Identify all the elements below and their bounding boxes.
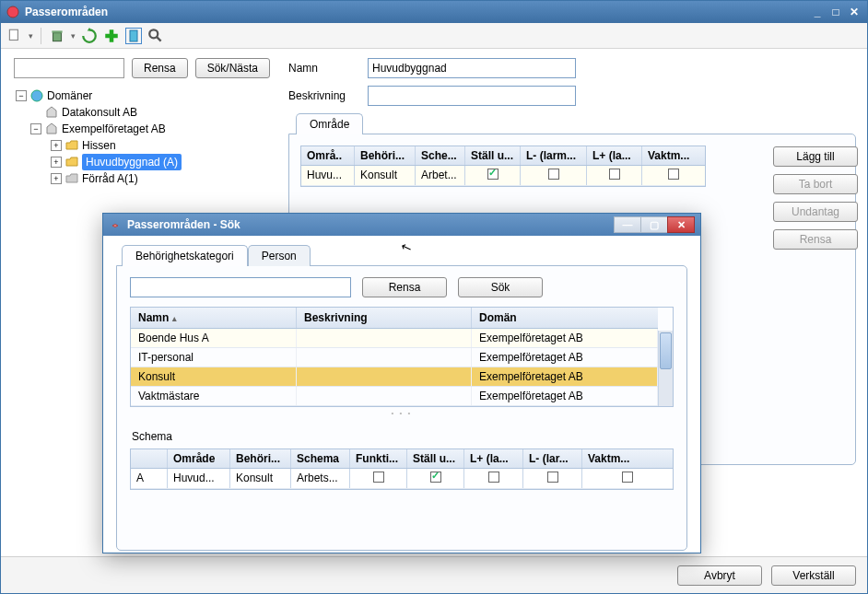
name-input[interactable] [368,58,576,78]
side-buttons: Lägg till Ta bort Undantag Rensa [773,146,858,250]
tree-label: Förråd A(1) [82,170,138,187]
tree-label: Datakonsult AB [62,104,137,121]
col-doman[interactable]: Domän [472,308,658,328]
col-beskrivning[interactable]: Beskrivning [297,308,472,328]
checkbox-icon [622,472,633,483]
refresh-icon[interactable] [81,28,98,44]
tree-root[interactable]: − Domäner [14,87,268,104]
dialog-maximize-icon[interactable]: ▢ [640,216,668,233]
col-lminus[interactable]: L- (larm... [521,146,587,165]
col-stall[interactable]: Ställ u... [465,146,521,165]
dialog-sok-button[interactable]: Sök [458,277,543,297]
add-icon[interactable] [103,28,120,44]
tree-node[interactable]: − Exempelföretaget AB [14,121,268,137]
verkstall-button[interactable]: Verkställ [771,565,856,586]
col-funkt[interactable]: Funkti... [350,449,407,468]
grid-row[interactable]: A Huvud... Konsult Arbets... [131,469,673,489]
grid-row-selected[interactable]: Konsult Exempelföretaget AB [131,367,658,387]
trash-icon[interactable] [49,28,65,44]
org-icon [45,106,58,119]
tree-node[interactable]: + Hissen [14,137,268,154]
scroll-thumb[interactable] [660,332,672,369]
scrollbar[interactable] [658,331,673,406]
avbryt-button[interactable]: Avbryt [677,565,762,586]
cell: Konsult [230,469,291,488]
maximize-icon[interactable]: □ [828,6,843,18]
dialog-minimize-icon[interactable]: — [614,216,641,233]
domain-tree[interactable]: − Domäner Datakonsult AB − Exempelföreta… [14,87,268,187]
cell-checkbox[interactable] [465,166,521,185]
tree-search-button[interactable]: Sök/Nästa [195,58,270,78]
cell: Boende Hus A [131,329,297,347]
tree-label: Exempelföretaget AB [62,121,166,137]
cell-checkbox[interactable] [582,469,673,488]
cell-checkbox[interactable] [587,166,642,185]
expander-icon[interactable]: + [51,140,62,151]
tree-node-selected[interactable]: + Huvudbyggnad (A) [14,154,268,170]
expander-icon[interactable]: + [51,157,62,168]
col-vakt[interactable]: Vaktm... [642,146,705,165]
expander-icon[interactable]: + [51,173,62,184]
col-omrade[interactable]: Område [168,449,230,468]
col-blank[interactable] [131,449,168,468]
device-icon[interactable] [125,28,142,44]
grid-row[interactable]: IT-personal Exempelföretaget AB [131,348,658,367]
tab-omrade[interactable]: Område [296,113,363,134]
dropdown-arrow-icon[interactable]: ▾ [29,31,33,41]
col-stall[interactable]: Ställ u... [407,449,464,468]
tree-search-input[interactable] [14,58,124,78]
undantag-button[interactable]: Undantag [773,202,858,222]
cell-checkbox[interactable] [521,166,587,185]
col-vakt[interactable]: Vaktm... [582,449,673,468]
dialog-search-input[interactable] [130,277,351,297]
dialog-close-icon[interactable]: ✕ [667,216,695,233]
tree-clear-button[interactable]: Rensa [132,58,188,78]
splitter-dots[interactable]: • • • [130,407,674,419]
schema-grid[interactable]: Område Behöri... Schema Funkti... Ställ … [130,448,674,490]
col-schema[interactable]: Sche... [416,146,465,165]
tree-label: Huvudbyggnad (A) [82,154,182,170]
svg-point-9 [31,90,42,101]
cell-checkbox[interactable] [642,166,705,185]
grid-row[interactable]: Huvu... Konsult Arbet... [301,166,705,186]
sort-asc-icon: ▴ [172,314,177,323]
expander-icon[interactable]: − [16,90,27,101]
expander-icon[interactable]: − [30,123,41,134]
area-grid[interactable]: Områ.. Behöri... Sche... Ställ u... L- (… [300,146,706,187]
col-schema[interactable]: Schema [291,449,350,468]
delete-button[interactable]: Ta bort [773,174,858,194]
tree-node[interactable]: + Förråd A(1) [14,170,268,187]
tab-person[interactable]: Person [248,245,311,266]
col-omrade[interactable]: Områ.. [301,146,355,165]
grid-header: Namn▴ Beskrivning Domän [131,308,658,329]
cell-checkbox[interactable] [523,469,582,488]
cell-checkbox[interactable] [407,469,464,488]
grid-row[interactable]: Vaktmästare Exempelföretaget AB [131,387,658,406]
rensa-button[interactable]: Rensa [773,229,858,250]
new-icon[interactable] [6,28,23,44]
tab-behorighetskategori[interactable]: Behörighetskategori [122,245,248,266]
cell: Konsult [131,367,297,386]
col-behorig[interactable]: Behöri... [230,449,291,468]
col-lplus[interactable]: L+ (la... [464,449,523,468]
minimize-icon[interactable]: _ [810,6,825,18]
dialog-rensa-button[interactable]: Rensa [362,277,447,297]
cell: IT-personal [131,348,297,367]
close-icon[interactable]: ✕ [847,6,862,18]
cell-checkbox[interactable] [350,469,407,488]
col-lplus[interactable]: L+ (la... [587,146,642,165]
search-icon[interactable] [147,28,164,44]
grid-row[interactable]: Boende Hus A Exempelföretaget AB [131,329,658,348]
col-behorig[interactable]: Behöri... [355,146,416,165]
description-input[interactable] [368,86,576,106]
checkbox-icon [373,472,384,483]
col-namn[interactable]: Namn▴ [131,308,297,328]
svg-rect-5 [105,33,118,38]
category-grid[interactable]: Namn▴ Beskrivning Domän Boende Hus A Exe… [130,307,674,407]
cell-checkbox[interactable] [464,469,523,488]
tree-node[interactable]: Datakonsult AB [14,104,268,121]
add-button[interactable]: Lägg till [773,146,858,167]
col-lminus[interactable]: L- (lar... [523,449,582,468]
dropdown-arrow-icon[interactable]: ▾ [71,31,76,41]
svg-rect-3 [52,30,62,32]
